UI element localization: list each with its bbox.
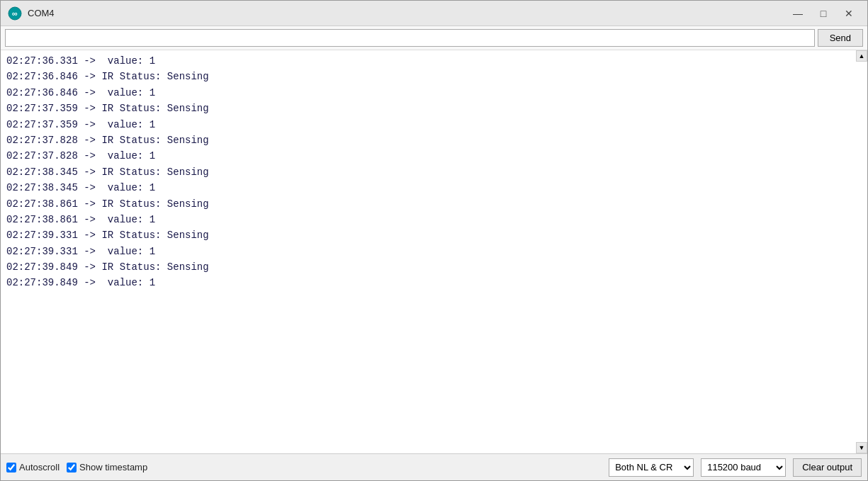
output-line: 02:27:39.849 -> value: 1 [6,275,862,290]
output-line: 02:27:37.359 -> value: 1 [6,117,862,132]
send-bar: Send [1,26,867,50]
output-line: 02:27:38.861 -> IR Status: Sensing [6,196,862,212]
status-bar: Autoscroll Show timestamp No line ending… [1,453,867,480]
clear-output-button[interactable]: Clear output [793,458,862,477]
output-line: 02:27:38.861 -> value: 1 [6,212,862,227]
scroll-down-arrow[interactable]: ▼ [856,442,867,453]
svg-text:∞: ∞ [12,9,18,18]
output-area: 02:27:36.331 -> value: 102:27:36.846 -> … [1,50,867,453]
output-line: 02:27:37.359 -> IR Status: Sensing [6,101,862,116]
window-title: COM4 [28,8,787,18]
autoscroll-checkbox[interactable] [6,463,16,472]
output-line: 02:27:37.828 -> value: 1 [6,148,862,164]
send-input[interactable] [5,29,815,47]
autoscroll-text: Autoscroll [19,462,60,472]
output-line: 02:27:39.331 -> value: 1 [6,244,862,259]
output-line: 02:27:36.846 -> IR Status: Sensing [6,69,862,84]
show-timestamp-label[interactable]: Show timestamp [67,462,147,472]
output-scroll[interactable]: 02:27:36.331 -> value: 102:27:36.846 -> … [1,50,867,453]
minimize-button[interactable]: — [787,5,809,22]
output-line: 02:27:38.345 -> value: 1 [6,180,862,196]
output-line: 02:27:36.331 -> value: 1 [6,53,862,69]
maximize-button[interactable]: □ [812,5,835,22]
close-button[interactable]: ✕ [838,5,860,22]
output-line: 02:27:39.331 -> IR Status: Sensing [6,227,862,243]
title-bar: ∞ COM4 — □ ✕ [1,1,867,26]
output-line: 02:27:39.849 -> IR Status: Sensing [6,259,862,275]
line-ending-select[interactable]: No line endingNewlineCarriage returnBoth… [609,458,694,477]
output-line: 02:27:38.345 -> IR Status: Sensing [6,164,862,180]
arduino-logo: ∞ [8,6,22,21]
output-line: 02:27:36.846 -> value: 1 [6,85,862,101]
arduino-serial-monitor-window: ∞ COM4 — □ ✕ Send 02:27:36.331 -> value:… [0,0,868,481]
show-timestamp-checkbox[interactable] [67,463,77,472]
send-button[interactable]: Send [818,29,863,47]
baud-rate-select[interactable]: 300 baud1200 baud2400 baud4800 baud9600 … [701,458,786,477]
scroll-up-arrow[interactable]: ▲ [856,50,867,62]
show-timestamp-text: Show timestamp [79,462,147,472]
window-controls: — □ ✕ [787,5,860,22]
output-line: 02:27:37.828 -> IR Status: Sensing [6,132,862,148]
autoscroll-label[interactable]: Autoscroll [6,462,60,472]
